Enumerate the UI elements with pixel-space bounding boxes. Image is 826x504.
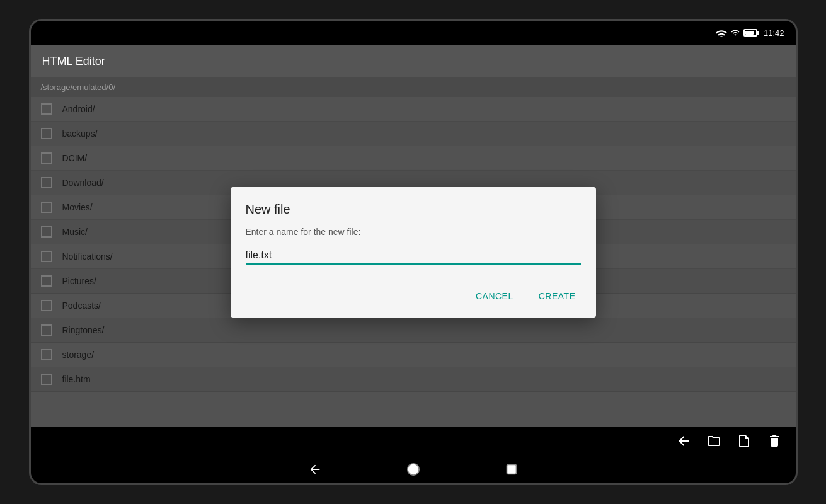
dialog-message: Enter a name for the new file: [246,227,581,237]
back-button[interactable] [304,458,326,481]
new-file-button[interactable] [735,432,753,450]
new-file-input[interactable] [246,247,581,265]
nav-buttons [31,455,796,483]
dialog-title: New file [246,202,581,217]
status-time: 11:42 [764,28,784,38]
recent-button[interactable] [500,458,523,481]
nav-bar [31,427,796,483]
dialog-content: New file Enter a name for the new file: [231,187,596,280]
app-bar: HTML Editor [31,45,796,77]
delete-button[interactable] [766,432,783,450]
open-folder-button[interactable] [705,432,723,450]
status-bar: 11:42 [31,21,796,45]
svg-point-0 [407,463,418,474]
nav-toolbar [31,427,796,455]
tablet-frame: 11:42 HTML Editor /storage/emulated/0/ A… [29,19,798,485]
status-icons: 11:42 [716,28,784,38]
signal-icon [731,28,740,37]
cancel-button[interactable]: CANCEL [466,285,524,307]
battery-icon [743,29,757,37]
app-title: HTML Editor [42,55,105,68]
create-button[interactable]: CREATE [529,285,586,307]
dialog-actions: CANCEL CREATE [231,280,596,318]
dialog-overlay: New file Enter a name for the new file: … [31,77,796,427]
home-button[interactable] [402,458,425,481]
svg-rect-1 [507,464,516,474]
navigate-up-button[interactable] [675,432,692,450]
wifi-icon [716,28,727,37]
new-file-dialog: New file Enter a name for the new file: … [231,187,596,318]
main-content: /storage/emulated/0/ Android/ backups/ D… [31,77,796,427]
